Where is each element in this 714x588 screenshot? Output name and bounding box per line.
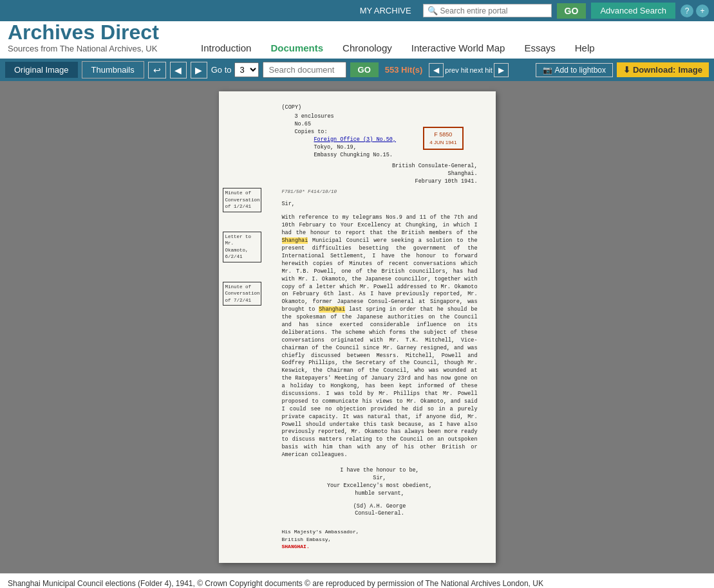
closing-line1: I have the honour to be,	[282, 467, 478, 475]
document-image: Minute of Conversation of 1/2/41 Letter …	[219, 91, 496, 563]
my-archive-label: MY ARCHIVE	[360, 6, 411, 15]
handwritten-note: F781/50* F414/10/10	[282, 188, 478, 196]
go-doc-button[interactable]: GO	[350, 62, 379, 77]
stamp: F 5850 4 JUN 1941	[423, 127, 463, 150]
hits-badge: 553 Hit(s)	[382, 65, 426, 75]
search-icon: 🔍	[427, 6, 438, 15]
prev-hit-label: prev hit	[445, 66, 468, 74]
download-icon: ⬇	[623, 65, 630, 75]
help-icons: ? +	[681, 5, 709, 17]
stamp-date: 4 JUN 1941	[429, 139, 456, 146]
nav-essays[interactable]: Essays	[524, 42, 555, 53]
thumbnails-tab[interactable]: Thumbnails	[82, 61, 144, 78]
sidebar-item-2-label: Letter to Mr. Okamoto, 6/2/41	[225, 234, 252, 260]
footer-text: Shanghai Municipal Council elections (Fo…	[8, 579, 543, 588]
doc-body: With reference to my telegrams Nos.9 and…	[282, 214, 478, 459]
closing-title: Consul-General.	[282, 510, 478, 518]
lightbox-label: Add to lightbox	[555, 66, 606, 75]
toolbar: Original Image Thumbnails ↩ ◀ ▶ Go to 3 …	[0, 59, 714, 81]
stamp-text: F 5850	[429, 131, 456, 139]
sidebar-item-1: Minute of Conversation of 1/2/41	[223, 188, 261, 212]
doc-closing: I have the honour to be, Sir, Your Excel…	[282, 467, 478, 518]
footer-address1: His Majesty's Ambassador,	[282, 528, 478, 535]
goto-group: Go to 3 1 2 4	[211, 62, 259, 77]
sidebar-labels: Minute of Conversation of 1/2/41 Letter …	[223, 188, 261, 311]
next-hit-button[interactable]: ▶	[494, 63, 509, 77]
closing-line4: humble servant,	[282, 490, 478, 498]
prev-hit-button[interactable]: ◀	[429, 63, 444, 77]
main-nav: Introduction Documents Chronology Intera…	[188, 42, 608, 53]
header-right-line1: British Consulate-General,	[282, 163, 478, 170]
next-hit-label: next hit	[469, 66, 492, 74]
footer-address3: SHANGHAI.	[282, 543, 478, 550]
doc-footer: His Majesty's Ambassador, British Embass…	[282, 528, 478, 550]
search-input[interactable]	[440, 6, 543, 15]
download-label: Download:	[633, 65, 675, 75]
goto-label: Go to	[211, 65, 232, 75]
copy-line: (COPY)	[282, 104, 478, 112]
settings-icon[interactable]: +	[696, 5, 709, 17]
logo-subtitle: Sources from The National Archives, UK	[8, 44, 188, 53]
sidebar-item-1-label: Minute of Conversation of 1/2/41	[225, 190, 260, 209]
date-line: February 10th 1941.	[282, 178, 478, 186]
closing-line2: Sir,	[282, 475, 478, 482]
add-lightbox-button[interactable]: 📷 Add to lightbox	[536, 63, 613, 77]
nav-interactive-world-map[interactable]: Interactive World Map	[411, 42, 505, 53]
go-button[interactable]: GO	[557, 3, 587, 19]
lightbox-icon: 📷	[543, 66, 552, 75]
download-button[interactable]: ⬇ Download: Image	[617, 62, 709, 77]
nav-documents[interactable]: Documents	[270, 42, 323, 53]
closing-sig: (Sd) A.H. George	[282, 503, 478, 511]
nav-help[interactable]: Help	[575, 42, 595, 53]
sidebar-item-3: Minute of Conversation of 7/2/41	[223, 282, 261, 306]
prev-page-button[interactable]: ◀	[170, 62, 187, 78]
highlighted-word: Shanghai	[282, 237, 308, 244]
next-page-button[interactable]: ▶	[191, 62, 207, 78]
header-right-line2: Shanghai.	[282, 170, 478, 178]
salutation: Sir,	[282, 201, 478, 208]
nav-chronology[interactable]: Chronology	[343, 42, 392, 53]
nav-introduction[interactable]: Introduction	[201, 42, 251, 53]
copy-item-3: Embassy Chungking No.15.	[314, 152, 478, 160]
prev-next-group: ◀ prev hit next hit ▶	[429, 63, 509, 77]
closing-line3: Your Excellency's most obedient,	[282, 482, 478, 490]
footer-address2: British Embassy,	[282, 536, 478, 543]
advanced-search-button[interactable]: Advanced Search	[591, 3, 675, 19]
doc-header-right: British Consulate-General, Shanghai. Feb…	[282, 163, 478, 186]
original-image-tab[interactable]: Original Image	[5, 62, 78, 78]
back-button[interactable]: ↩	[148, 62, 166, 78]
download-type: Image	[678, 65, 702, 75]
logo-container: Archives Direct Sources from The Nationa…	[8, 21, 188, 53]
page-select[interactable]: 3 1 2 4	[234, 62, 259, 77]
top-bar: MY ARCHIVE 🔍 GO Advanced Search ? +	[0, 0, 714, 21]
document-area: Minute of Conversation of 1/2/41 Letter …	[0, 81, 714, 573]
sidebar-item-3-label: Minute of Conversation of 7/2/41	[225, 284, 260, 303]
search-doc-input[interactable]	[263, 62, 346, 78]
sidebar-item-2: Letter to Mr. Okamoto, 6/2/41	[223, 232, 261, 262]
enc-line: 3 enclosures	[295, 113, 478, 121]
logo-title: Archives Direct	[8, 21, 188, 44]
help-icon[interactable]: ?	[681, 5, 693, 17]
header: Archives Direct Sources from The Nationa…	[0, 21, 714, 59]
footer-bar: Shanghai Municipal Council elections (Fo…	[0, 573, 714, 588]
search-box: 🔍	[423, 4, 552, 17]
highlighted-word-2: Shanghai	[319, 306, 345, 313]
